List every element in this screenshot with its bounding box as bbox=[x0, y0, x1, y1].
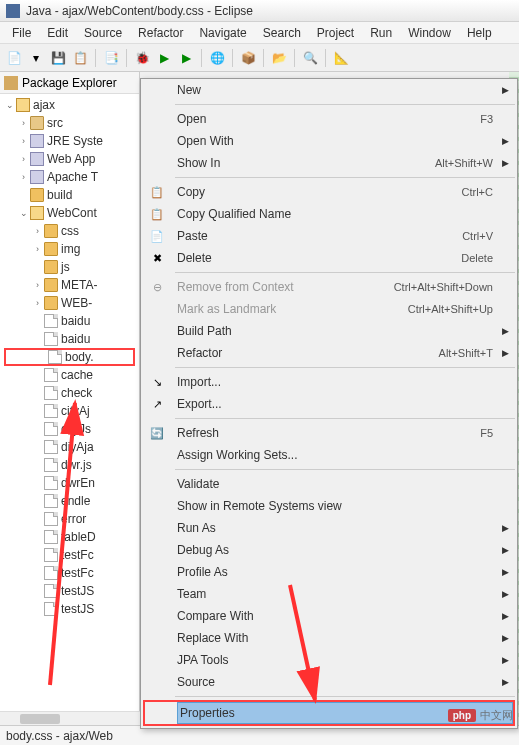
twisty-closed-icon[interactable]: › bbox=[18, 136, 29, 147]
run-ext-button[interactable]: ▶ bbox=[176, 48, 196, 68]
twisty-closed-icon[interactable]: › bbox=[18, 118, 29, 129]
menu-item-paste[interactable]: 📄PasteCtrl+V bbox=[141, 225, 517, 247]
menu-item-source[interactable]: Source▶ bbox=[141, 671, 517, 693]
save-all-button[interactable]: 📋 bbox=[70, 48, 90, 68]
tree-file[interactable]: endle bbox=[0, 492, 139, 510]
new-button[interactable]: 📄 bbox=[4, 48, 24, 68]
tree-img[interactable]: ›img bbox=[0, 240, 139, 258]
menu-file[interactable]: File bbox=[4, 24, 39, 42]
twisty-closed-icon[interactable]: › bbox=[32, 280, 43, 291]
menu-item-copy[interactable]: 📋CopyCtrl+C bbox=[141, 181, 517, 203]
menu-item-build-path[interactable]: Build Path▶ bbox=[141, 320, 517, 342]
eclipse-icon bbox=[6, 4, 20, 18]
menu-item-validate[interactable]: Validate bbox=[141, 473, 517, 495]
tree-css[interactable]: ›css bbox=[0, 222, 139, 240]
menu-search[interactable]: Search bbox=[255, 24, 309, 42]
toolbar-btn[interactable]: 📑 bbox=[101, 48, 121, 68]
menu-run[interactable]: Run bbox=[362, 24, 400, 42]
menu-edit[interactable]: Edit bbox=[39, 24, 76, 42]
menu-item-show-in-remote-systems-view[interactable]: Show in Remote Systems view bbox=[141, 495, 517, 517]
menu-item-refactor[interactable]: RefactorAlt+Shift+T▶ bbox=[141, 342, 517, 364]
file-icon bbox=[44, 368, 58, 382]
tree-file[interactable]: testFc bbox=[0, 564, 139, 582]
toggle-button[interactable]: 📐 bbox=[331, 48, 351, 68]
tree-file[interactable]: testJS bbox=[0, 582, 139, 600]
menu-item-jpa-tools[interactable]: JPA Tools▶ bbox=[141, 649, 517, 671]
tree-file[interactable]: cache bbox=[0, 366, 139, 384]
tree-apache[interactable]: ›Apache T bbox=[0, 168, 139, 186]
menu-help[interactable]: Help bbox=[459, 24, 500, 42]
tree-file[interactable]: baidu bbox=[0, 312, 139, 330]
save-button[interactable]: 💾 bbox=[48, 48, 68, 68]
menu-item-debug-as[interactable]: Debug As▶ bbox=[141, 539, 517, 561]
menu-item-run-as[interactable]: Run As▶ bbox=[141, 517, 517, 539]
menu-navigate[interactable]: Navigate bbox=[191, 24, 254, 42]
menu-source[interactable]: Source bbox=[76, 24, 130, 42]
tree-body-css-selected[interactable]: body. bbox=[4, 348, 135, 366]
explorer-scrollbar[interactable] bbox=[0, 711, 140, 725]
menu-item-refresh[interactable]: 🔄RefreshF5 bbox=[141, 422, 517, 444]
menu-item-delete[interactable]: ✖DeleteDelete bbox=[141, 247, 517, 269]
tree-webapp[interactable]: ›Web App bbox=[0, 150, 139, 168]
tree-file[interactable]: dwr.js bbox=[0, 456, 139, 474]
menu-item-open-with[interactable]: Open With▶ bbox=[141, 130, 517, 152]
tree-file[interactable]: check bbox=[0, 384, 139, 402]
menu-label: Assign Working Sets... bbox=[177, 448, 493, 462]
submenu-arrow-icon: ▶ bbox=[502, 611, 509, 621]
window-title-bar: Java - ajax/WebContent/body.css - Eclips… bbox=[0, 0, 519, 22]
menu-item-new[interactable]: New▶ bbox=[141, 79, 517, 101]
tree-file[interactable]: diyAja bbox=[0, 438, 139, 456]
file-icon bbox=[44, 494, 58, 508]
tree-src[interactable]: ›src bbox=[0, 114, 139, 132]
twisty-closed-icon[interactable]: › bbox=[18, 172, 29, 183]
menu-project[interactable]: Project bbox=[309, 24, 362, 42]
menu-item-compare-with[interactable]: Compare With▶ bbox=[141, 605, 517, 627]
dropdown-icon[interactable]: ▾ bbox=[26, 48, 46, 68]
tree-file[interactable]: testFc bbox=[0, 546, 139, 564]
menu-item-profile-as[interactable]: Profile As▶ bbox=[141, 561, 517, 583]
tree-file[interactable]: testJS bbox=[0, 600, 139, 618]
open-type-button[interactable]: 📂 bbox=[269, 48, 289, 68]
tree-webcontent[interactable]: ⌄WebCont bbox=[0, 204, 139, 222]
menu-item-import-[interactable]: ↘Import... bbox=[141, 371, 517, 393]
tree-file[interactable]: tableD bbox=[0, 528, 139, 546]
menu-item-replace-with[interactable]: Replace With▶ bbox=[141, 627, 517, 649]
menu-window[interactable]: Window bbox=[400, 24, 459, 42]
watermark: php 中文网 bbox=[448, 708, 513, 723]
scrollbar-thumb[interactable] bbox=[20, 714, 60, 724]
server-button[interactable]: 🌐 bbox=[207, 48, 227, 68]
tree-file[interactable]: baidu bbox=[0, 330, 139, 348]
toolbar-separator bbox=[232, 49, 233, 67]
twisty-closed-icon[interactable]: › bbox=[32, 298, 43, 309]
search-button[interactable]: 🔍 bbox=[300, 48, 320, 68]
menu-item-team[interactable]: Team▶ bbox=[141, 583, 517, 605]
menu-item-assign-working-sets-[interactable]: Assign Working Sets... bbox=[141, 444, 517, 466]
twisty-closed-icon[interactable]: › bbox=[32, 226, 43, 237]
refresh-icon: 🔄 bbox=[149, 425, 165, 441]
debug-button[interactable]: 🐞 bbox=[132, 48, 152, 68]
menu-item-export-[interactable]: ↗Export... bbox=[141, 393, 517, 415]
menu-refactor[interactable]: Refactor bbox=[130, 24, 191, 42]
tree-build[interactable]: build bbox=[0, 186, 139, 204]
tree-jre[interactable]: ›JRE Syste bbox=[0, 132, 139, 150]
twisty-open-icon[interactable]: ⌄ bbox=[4, 100, 15, 111]
tree-webinf[interactable]: ›WEB- bbox=[0, 294, 139, 312]
tree-project[interactable]: ⌄ ajax bbox=[0, 96, 139, 114]
twisty-open-icon[interactable]: ⌄ bbox=[18, 208, 29, 219]
menu-item-copy-qualified-name[interactable]: 📋Copy Qualified Name bbox=[141, 203, 517, 225]
twisty-closed-icon[interactable]: › bbox=[32, 244, 43, 255]
tree-file[interactable]: error bbox=[0, 510, 139, 528]
twisty-closed-icon[interactable]: › bbox=[18, 154, 29, 165]
file-icon bbox=[44, 440, 58, 454]
run-button[interactable]: ▶ bbox=[154, 48, 174, 68]
menu-label: Profile As bbox=[177, 565, 493, 579]
tree-js[interactable]: js bbox=[0, 258, 139, 276]
tree-file[interactable]: dwrEn bbox=[0, 474, 139, 492]
new-pkg-button[interactable]: 📦 bbox=[238, 48, 258, 68]
tree-meta[interactable]: ›META- bbox=[0, 276, 139, 294]
library-icon bbox=[30, 170, 44, 184]
tree-file[interactable]: cityAj bbox=[0, 402, 139, 420]
tree-file[interactable]: cityJs bbox=[0, 420, 139, 438]
menu-item-open[interactable]: OpenF3 bbox=[141, 108, 517, 130]
menu-item-show-in[interactable]: Show InAlt+Shift+W▶ bbox=[141, 152, 517, 174]
